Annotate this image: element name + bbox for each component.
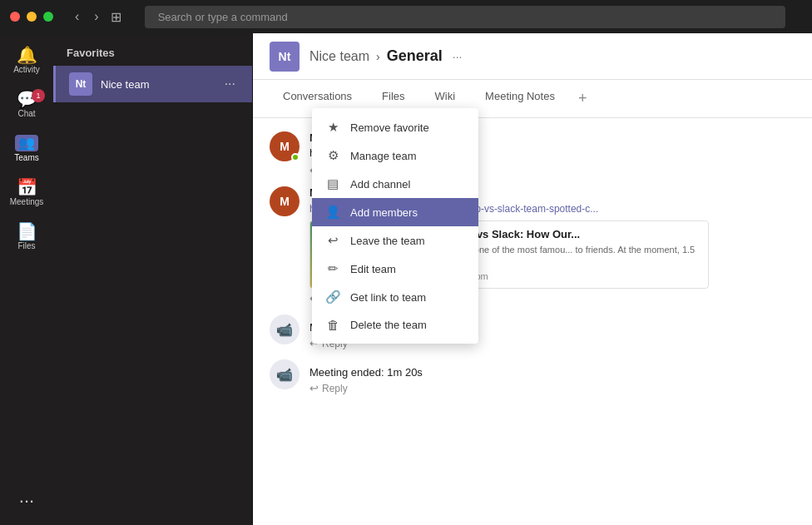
context-menu: ★ Remove favorite ⚙ Manage team ▤ Add ch… — [312, 108, 478, 344]
app-body: 🔔 Activity 1 💬 Chat 👥 Teams 📅 Meetings 📄… — [0, 33, 812, 525]
menu-item-manage-team[interactable]: ⚙ Manage team — [312, 141, 478, 170]
sidebar-item-chat[interactable]: 1 💬 Chat — [0, 84, 53, 125]
menu-item-label: Leave the team — [350, 235, 425, 247]
star-icon: ★ — [325, 120, 340, 135]
sidebar-item-label: Teams — [14, 153, 38, 162]
leave-icon: ↩ — [325, 233, 340, 248]
trash-icon: 🗑 — [325, 318, 340, 332]
sidebar-item-label: Files — [17, 241, 35, 250]
left-sidebar: 🔔 Activity 1 💬 Chat 👥 Teams 📅 Meetings 📄… — [0, 33, 53, 525]
search-input[interactable] — [145, 6, 785, 28]
edit-icon: ✏ — [325, 261, 340, 276]
teams-icon: 👥 — [15, 135, 38, 151]
files-icon: 📄 — [17, 223, 37, 240]
menu-item-leave-team[interactable]: ↩ Leave the team — [312, 226, 478, 255]
sidebar-item-label: Meetings — [10, 197, 44, 206]
sidebar-item-meetings[interactable]: 📅 Meetings — [0, 172, 53, 213]
sidebar-more-button[interactable]: ··· — [19, 490, 34, 512]
meetings-icon: 📅 — [17, 179, 37, 196]
menu-item-label: Edit team — [350, 263, 396, 275]
menu-item-add-members[interactable]: 👤 Add members — [312, 198, 478, 226]
sidebar-item-files[interactable]: 📄 Files — [0, 216, 53, 257]
back-button[interactable]: ‹ — [70, 7, 84, 26]
menu-item-label: Delete the team — [350, 319, 427, 331]
activity-icon: 🔔 — [17, 47, 37, 63]
menu-item-label: Add members — [350, 206, 418, 219]
channel-icon: ▤ — [325, 176, 340, 191]
menu-item-get-link[interactable]: 🔗 Get link to team — [312, 283, 478, 311]
menu-item-remove-favorite[interactable]: ★ Remove favorite — [312, 113, 478, 141]
gear-icon: ⚙ — [325, 148, 340, 163]
menu-item-label: Get link to team — [350, 291, 426, 304]
menu-item-edit-team[interactable]: ✏ Edit team — [312, 255, 478, 283]
menu-item-label: Manage team — [350, 150, 417, 162]
search-bar — [145, 6, 785, 28]
nav-controls: ‹ › — [70, 7, 104, 26]
forward-button[interactable]: › — [89, 7, 103, 26]
add-member-icon: 👤 — [325, 205, 340, 220]
menu-item-label: Remove favorite — [350, 121, 429, 134]
sidebar-item-teams[interactable]: 👥 Teams — [0, 128, 53, 169]
link-icon: 🔗 — [325, 290, 340, 305]
sidebar-item-label: Activity — [13, 65, 40, 74]
minimize-dot[interactable] — [27, 12, 37, 22]
menu-item-label: Add channel — [350, 178, 410, 191]
sidebar-item-activity[interactable]: 🔔 Activity — [0, 40, 53, 81]
menu-item-add-channel[interactable]: ▤ Add channel — [312, 170, 478, 198]
menu-item-delete-team[interactable]: 🗑 Delete the team — [312, 311, 478, 339]
titlebar: ‹ › ⊞ — [0, 0, 812, 33]
maximize-dot[interactable] — [43, 12, 53, 22]
chat-badge: 1 — [32, 89, 45, 102]
sidebar-item-label: Chat — [17, 109, 35, 118]
close-dot[interactable] — [10, 12, 20, 22]
compose-button[interactable]: ⊞ — [111, 9, 121, 25]
